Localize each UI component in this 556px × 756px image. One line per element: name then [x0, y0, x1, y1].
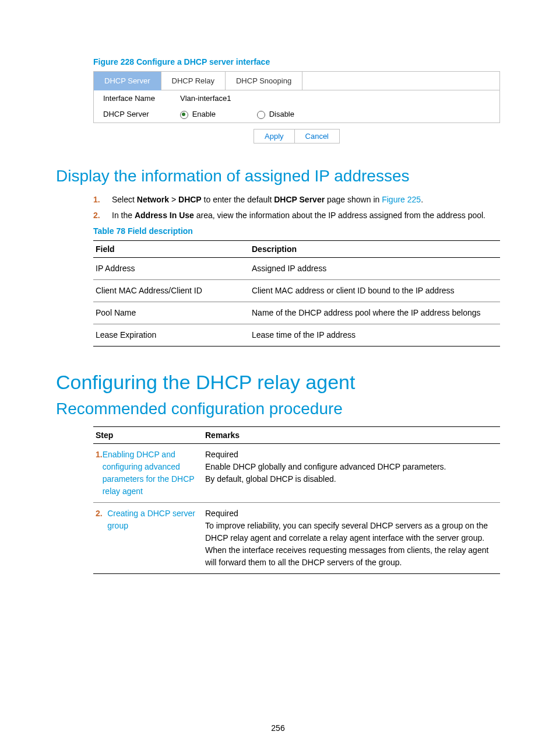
procedure-table: Step Remarks 1. Enabling DHCP and config… — [93, 426, 500, 574]
dhcp-config-panel: DHCP Server DHCP Relay DHCP Snooping Int… — [93, 71, 500, 123]
table-row: IP Address Assigned IP address — [93, 257, 500, 279]
proc-step-2-number: 2. — [96, 508, 107, 532]
radio-enable[interactable] — [180, 111, 188, 119]
table-78: Field Description IP Address Assigned IP… — [93, 240, 500, 346]
figure-caption: Figure 228 Configure a DHCP server inter… — [93, 57, 500, 66]
table-row: Client MAC Address/Client ID Client MAC … — [93, 279, 500, 302]
procedure-header-remarks: Remarks — [203, 426, 500, 443]
table-row: Lease Expiration Lease time of the IP ad… — [93, 324, 500, 346]
procedure-header-step: Step — [93, 426, 203, 443]
page-number: 256 — [0, 723, 556, 733]
value-interface-name: Vlan-interface1 — [180, 94, 257, 103]
link-figure-225[interactable]: Figure 225 — [382, 195, 421, 204]
tab-dhcp-relay[interactable]: DHCP Relay — [161, 72, 226, 90]
step-1: 1. Select Network > DHCP to enter the de… — [93, 194, 500, 206]
label-dhcp-server: DHCP Server — [103, 110, 180, 118]
heading-display-ip: Display the information of assigned IP a… — [56, 167, 500, 186]
tab-dhcp-snooping[interactable]: DHCP Snooping — [226, 72, 302, 90]
tab-dhcp-server[interactable]: DHCP Server — [94, 72, 161, 90]
table-row: 1. Enabling DHCP and configuring advance… — [93, 443, 500, 502]
link-enable-dhcp-advanced[interactable]: Enabling DHCP and configuring advanced p… — [103, 449, 200, 498]
step-2-number: 2. — [93, 209, 112, 222]
table-row: Pool Name Name of the DHCP address pool … — [93, 302, 500, 324]
apply-button[interactable]: Apply — [254, 129, 295, 144]
step-1-number: 1. — [93, 194, 112, 206]
radio-enable-label: Enable — [192, 110, 216, 118]
table-78-header-field: Field — [93, 240, 249, 257]
table-78-header-description: Description — [249, 240, 500, 257]
radio-disable-label: Disable — [269, 110, 294, 118]
table-78-caption: Table 78 Field description — [93, 226, 500, 236]
heading-recommended-procedure: Recommended configuration procedure — [56, 400, 500, 418]
radio-disable[interactable] — [257, 111, 265, 119]
table-row: 2. Creating a DHCP server group Required… — [93, 502, 500, 573]
link-create-server-group[interactable]: Creating a DHCP server group — [107, 508, 200, 532]
proc-step-1-number: 1. — [96, 449, 103, 498]
label-interface-name: Interface Name — [103, 94, 180, 103]
heading-configuring-relay: Configuring the DHCP relay agent — [56, 371, 500, 394]
cancel-button[interactable]: Cancel — [295, 129, 340, 144]
step-2: 2. In the Address In Use area, view the … — [93, 209, 500, 222]
